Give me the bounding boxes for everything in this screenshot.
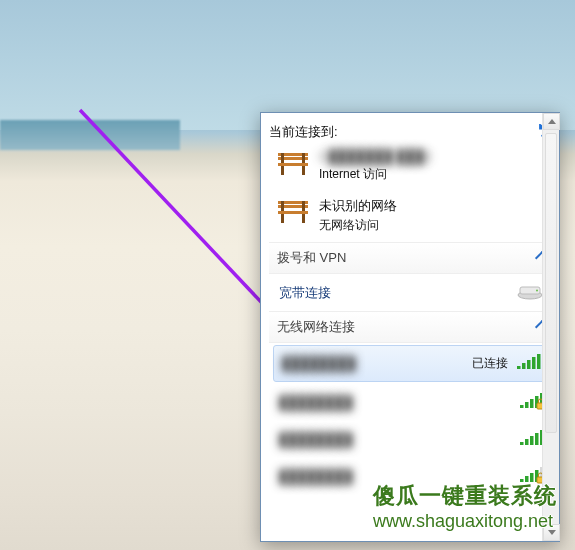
section-dialup-header[interactable]: 拨号和 VPN — [269, 242, 555, 274]
svg-rect-24 — [525, 402, 529, 408]
connection-name: 未识别的网络 — [319, 197, 397, 215]
svg-rect-30 — [525, 439, 529, 445]
connection-status: 无网络访问 — [319, 217, 397, 234]
wifi-status: 已连接 — [472, 355, 508, 372]
scroll-up-button[interactable] — [543, 113, 560, 130]
svg-rect-5 — [302, 166, 305, 175]
wifi-signal-icon — [516, 353, 542, 374]
svg-rect-10 — [278, 211, 308, 214]
wireless-list: ████████已连接████████████████████████ — [269, 345, 555, 495]
wifi-item[interactable]: ████████已连接 — [273, 345, 551, 382]
svg-point-17 — [536, 290, 538, 292]
connection-item[interactable]: C███████ ███2Internet 访问 — [269, 143, 555, 191]
network-bench-icon — [275, 197, 311, 229]
svg-rect-18 — [517, 366, 521, 369]
watermark-title: 傻瓜一键重装系统 — [373, 481, 557, 511]
svg-rect-21 — [532, 357, 536, 369]
svg-rect-4 — [281, 166, 284, 175]
current-connections: C███████ ███2Internet 访问未识别的网络无网络访问 — [269, 143, 555, 242]
scrollbar[interactable] — [542, 113, 559, 541]
flyout-title: 当前连接到: — [269, 123, 537, 141]
connection-status: Internet 访问 — [319, 166, 431, 183]
scroll-thumb[interactable] — [545, 133, 557, 433]
wallpaper-sea — [0, 120, 180, 150]
wifi-item[interactable]: ████████ — [269, 384, 555, 421]
wifi-ssid: ████████ — [282, 356, 472, 371]
modem-icon — [515, 282, 545, 303]
wifi-ssid: ████████ — [279, 395, 519, 410]
section-wireless-header[interactable]: 无线网络连接 — [269, 311, 555, 343]
wallpaper-sky — [0, 0, 575, 130]
svg-rect-13 — [281, 201, 284, 211]
svg-rect-7 — [302, 153, 305, 163]
dialup-item-broadband[interactable]: 宽带连接 — [269, 274, 555, 311]
svg-rect-31 — [530, 436, 534, 445]
svg-rect-6 — [281, 153, 284, 163]
dialup-item-label: 宽带连接 — [279, 284, 515, 302]
connection-texts: C███████ ███2Internet 访问 — [319, 149, 431, 183]
connection-texts: 未识别的网络无网络访问 — [319, 197, 397, 234]
section-wireless-label: 无线网络连接 — [277, 318, 537, 336]
section-dialup-label: 拨号和 VPN — [277, 249, 537, 267]
svg-rect-29 — [520, 442, 524, 445]
connection-name: C███████ ███2 — [319, 149, 431, 164]
connection-item[interactable]: 未识别的网络无网络访问 — [269, 191, 555, 242]
desktop-wallpaper: 当前连接到: C███████ ███2Internet 访问未识别的网络无网络… — [0, 0, 575, 550]
svg-rect-3 — [278, 163, 308, 166]
svg-rect-11 — [281, 214, 284, 223]
svg-rect-23 — [520, 405, 524, 408]
watermark-url: www.shaguaxitong.net — [373, 511, 557, 532]
network-flyout-content: 当前连接到: C███████ ███2Internet 访问未识别的网络无网络… — [261, 113, 559, 541]
svg-rect-22 — [537, 354, 541, 369]
watermark: 傻瓜一键重装系统 www.shaguaxitong.net — [373, 481, 557, 532]
flyout-header: 当前连接到: — [269, 121, 555, 143]
svg-rect-32 — [535, 433, 539, 445]
network-bench-icon — [275, 149, 311, 181]
svg-rect-20 — [527, 360, 531, 369]
svg-rect-19 — [522, 363, 526, 369]
svg-rect-25 — [530, 399, 534, 408]
network-flyout: 当前连接到: C███████ ███2Internet 访问未识别的网络无网络… — [260, 112, 560, 542]
wifi-ssid: ████████ — [279, 432, 519, 447]
wifi-item[interactable]: ████████ — [269, 421, 555, 458]
svg-rect-12 — [302, 214, 305, 223]
svg-rect-14 — [302, 201, 305, 211]
